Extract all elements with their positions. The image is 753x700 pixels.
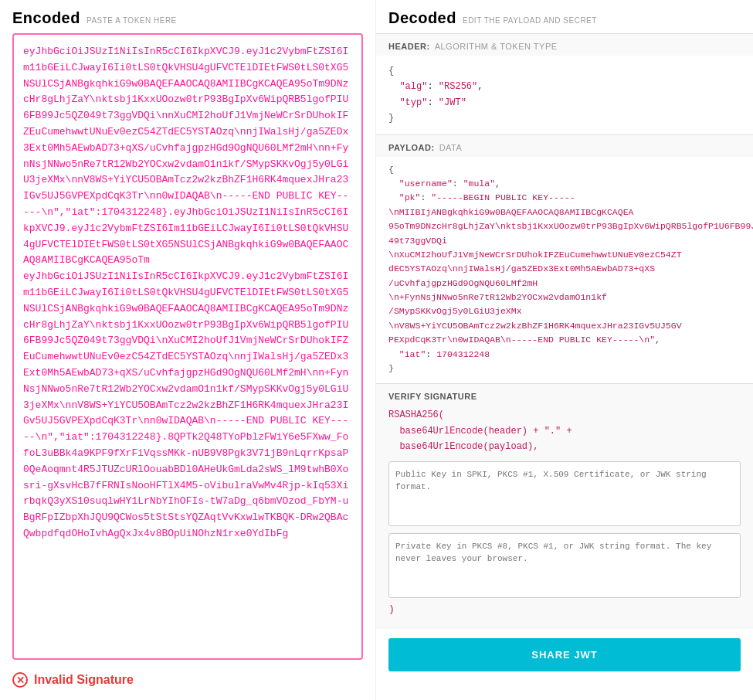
verify-title: VERIFY SIGNATURE xyxy=(388,392,741,401)
payload-pk-line6: /uCvhfajgpzHGd9OgNQU60LMf2mH xyxy=(388,277,741,291)
bottom-area: SHARE JWT xyxy=(376,638,753,684)
encoded-header: Encoded PASTE A TOKEN HERE xyxy=(0,9,375,33)
decoded-title: Decoded xyxy=(388,9,456,27)
payload-pk-line8: /SMypSKKvOgj5y0LGiU3jeXMx xyxy=(388,304,741,318)
verify-code-block: RSASHA256( base64UrlEncode(header) + "."… xyxy=(388,407,741,454)
payload-pk-line10: PEXpdCqK3Tr\n0wIDAQAB\n-----END PUBLIC K… xyxy=(388,333,741,347)
payload-iat: "iat": 1704312248 xyxy=(388,348,741,362)
payload-section: PAYLOAD: DATA { "username": "mula", "pk"… xyxy=(376,134,753,384)
verify-code-line3: base64UrlEncode(payload), xyxy=(388,439,741,454)
invalid-icon: ✕ xyxy=(12,672,28,688)
encoded-token-box[interactable]: eyJhbGciOiJSUzI1NiIsInR5cCI6IkpXVCJ9.eyJ… xyxy=(12,33,363,660)
decoded-header: Decoded EDIT THE PAYLOAD AND SECRET xyxy=(376,9,753,33)
payload-pk-line4: \nXuCMI2hoUfJ1VmjNeWCrSrDUhokIFZEuCumehw… xyxy=(388,248,741,262)
payload-pk-line1: \nMIIBIjANBgkqhkiG9w0BAQEFAAOCAQ8AMIIBCg… xyxy=(388,206,741,219)
header-json-alg: "alg": "RS256", xyxy=(388,79,741,94)
header-json-typ: "typ": "JWT" xyxy=(388,95,741,110)
public-key-input[interactable] xyxy=(388,461,741,526)
payload-pk-line5: dEC5YSTAOzq\nnjIWalsHj/ga5ZEDx3Ext0Mh5AE… xyxy=(388,262,741,276)
payload-pk: "pk": "-----BEGIN PUBLIC KEY----- xyxy=(388,191,741,205)
payload-pk-line7: \n+FynNsjNNwo5nRe7tR12Wb2YOCxw2vdamO1n1k… xyxy=(388,291,741,304)
invalid-signature-label: Invalid Signature xyxy=(34,673,134,687)
payload-json-box[interactable]: { "username": "mula", "pk": "-----BEGIN … xyxy=(376,157,753,384)
encoded-panel: Encoded PASTE A TOKEN HERE eyJhbGciOiJSU… xyxy=(0,0,376,700)
payload-label-sub: DATA xyxy=(439,143,463,152)
verify-code-line2: base64UrlEncode(header) + "." + xyxy=(388,423,741,439)
header-label-bold: HEADER: xyxy=(388,42,430,51)
payload-close-brace: } xyxy=(388,362,741,375)
payload-username: "username": "mula", xyxy=(388,177,741,191)
payload-pk-line3: 49t73ggVDQi xyxy=(388,234,741,248)
verify-section: VERIFY SIGNATURE RSASHA256( base64UrlEnc… xyxy=(376,383,753,628)
payload-pk-line9: \nV8WS+YiYCU5OBAmTcz2w2kzBhZF1H6RK4mquex… xyxy=(388,319,741,333)
share-jwt-button[interactable]: SHARE JWT xyxy=(388,638,741,671)
header-json-close-brace: } xyxy=(388,110,741,126)
header-label-sub: ALGORITHM & TOKEN TYPE xyxy=(435,42,558,51)
payload-pk-line2: 95oTm9DNzcHr8gLhjZaY\nktsbj1KxxUOozw0trP… xyxy=(388,219,741,233)
verify-code-line1: RSASHA256( xyxy=(388,407,741,423)
payload-open-brace: { xyxy=(388,163,741,177)
payload-label-bold: PAYLOAD: xyxy=(388,143,435,152)
payload-section-label: PAYLOAD: DATA xyxy=(376,135,753,157)
verify-close-paren: ) xyxy=(388,600,741,621)
header-json-box[interactable]: { "alg": "RS256", "typ": "JWT" } xyxy=(376,56,753,134)
invalid-signature-indicator: ✕ Invalid Signature xyxy=(0,660,375,700)
header-section-label: HEADER: ALGORITHM & TOKEN TYPE xyxy=(376,34,753,56)
encoded-subtitle: PASTE A TOKEN HERE xyxy=(86,16,177,25)
encoded-token-text: eyJhbGciOiJSUzI1NiIsInR5cCI6IkpXVCJ9.eyJ… xyxy=(23,44,352,542)
decoded-subtitle: EDIT THE PAYLOAD AND SECRET xyxy=(463,16,597,25)
header-section: HEADER: ALGORITHM & TOKEN TYPE { "alg": … xyxy=(376,33,753,134)
encoded-title: Encoded xyxy=(12,9,80,27)
header-json-open-brace: { xyxy=(388,63,741,79)
private-key-input[interactable] xyxy=(388,533,741,598)
decoded-panel: Decoded EDIT THE PAYLOAD AND SECRET HEAD… xyxy=(376,0,753,700)
